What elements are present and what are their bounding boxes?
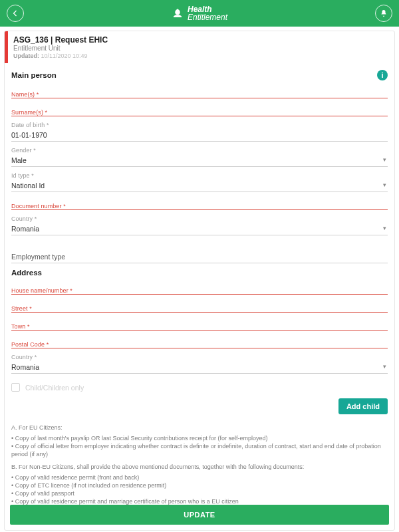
postal-field[interactable]: Postal Code * xyxy=(11,341,388,348)
info-icon[interactable]: i xyxy=(377,70,388,80)
chevron-down-icon: ▾ xyxy=(383,156,386,163)
section-main-person: Main person xyxy=(11,71,57,79)
dob-field[interactable]: Date of birth * 01-01-1970 xyxy=(11,122,388,142)
town-field[interactable]: Town * xyxy=(11,323,388,331)
surnames-field[interactable]: Surname(s) * xyxy=(11,109,388,116)
notifications-button[interactable] xyxy=(375,5,392,22)
update-button[interactable]: UPDATE xyxy=(10,505,389,525)
street-field[interactable]: Street * xyxy=(11,305,388,313)
addr-country-select[interactable]: Country * Romania ▾ xyxy=(11,354,388,374)
gender-select[interactable]: Gender * Male ▾ xyxy=(11,147,388,167)
requirements-notes: A. For EU Citizens: Copy of last month's… xyxy=(11,424,388,505)
top-bar: HealthEntitlement xyxy=(0,0,399,27)
checkbox-icon xyxy=(11,383,20,392)
request-title: ASG_136 | Request EHIC xyxy=(13,35,108,45)
chevron-down-icon: ▾ xyxy=(383,182,386,188)
request-subtitle: Entitlement Unit xyxy=(13,45,108,52)
employment-type-field[interactable]: Employment type xyxy=(11,246,388,263)
back-button[interactable] xyxy=(7,5,24,22)
docnum-field[interactable]: Document number * xyxy=(11,203,388,210)
house-field[interactable]: House name/number * xyxy=(11,287,388,295)
add-child-button[interactable]: Add child xyxy=(338,398,388,414)
idtype-select[interactable]: Id type * National Id ▾ xyxy=(11,172,388,192)
updated-at: Updated: 10/11/2020 10:49 xyxy=(13,53,108,59)
app-brand: HealthEntitlement xyxy=(172,5,227,21)
names-field[interactable]: Name(s) * xyxy=(11,91,388,98)
form-card: ASG_136 | Request EHIC Entitlement Unit … xyxy=(4,31,395,531)
chevron-down-icon: ▾ xyxy=(383,363,386,370)
card-header: ASG_136 | Request EHIC Entitlement Unit … xyxy=(5,31,394,63)
children-only-checkbox[interactable]: Child/Children only xyxy=(11,383,388,392)
country-select[interactable]: Country * Romania ▾ xyxy=(11,215,388,235)
chevron-down-icon: ▾ xyxy=(383,225,386,231)
section-address: Address xyxy=(11,269,42,277)
